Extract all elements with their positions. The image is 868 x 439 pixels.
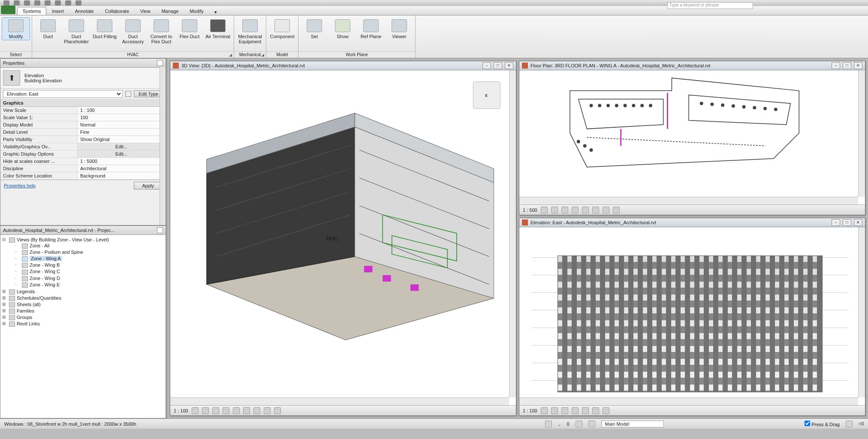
sun-path-icon[interactable]	[561, 207, 568, 213]
crop-icon[interactable]	[582, 407, 589, 414]
scale-label[interactable]: 1 : 100	[523, 408, 537, 413]
close-button[interactable]: ✕	[854, 219, 862, 226]
tree-item[interactable]: Zone - Wing D	[15, 275, 164, 282]
maximize-button[interactable]: □	[843, 219, 851, 226]
shadows-icon[interactable]	[572, 407, 579, 414]
filter-icon[interactable]	[846, 421, 853, 427]
close-button[interactable]: ✕	[505, 62, 513, 69]
design-options-icon[interactable]	[588, 421, 595, 427]
scrollbar-vertical[interactable]	[509, 70, 516, 397]
maximize-button[interactable]: □	[843, 62, 851, 69]
prop-value[interactable]: Architectural	[78, 165, 166, 172]
worksets-icon[interactable]	[545, 421, 552, 427]
tree-item[interactable]: Zone - Wing B	[15, 262, 164, 268]
qat-icon[interactable]	[34, 0, 40, 6]
ribbon-modify[interactable]: Modify	[2, 17, 30, 40]
qat-icon[interactable]	[3, 0, 9, 6]
properties-help-link[interactable]: Properties help	[4, 183, 36, 188]
hide-icon[interactable]	[592, 407, 599, 414]
scale-label[interactable]: 1 : 100	[174, 408, 188, 413]
minimize-button[interactable]: –	[832, 219, 840, 226]
sun-path-icon[interactable]	[212, 407, 219, 414]
scrollbar-vertical[interactable]	[858, 70, 865, 197]
detail-level-icon[interactable]	[541, 407, 548, 414]
tree-item[interactable]: Zone - Wing C	[15, 268, 164, 275]
ribbon-air-terminal[interactable]: Air Terminal	[204, 17, 232, 40]
prop-value[interactable]: 100	[78, 114, 166, 121]
ribbon-duct[interactable]: Duct	[34, 17, 62, 40]
search-input[interactable]: Type a keyword or phrase	[667, 2, 753, 9]
apply-button[interactable]: Apply	[134, 182, 162, 189]
prop-value[interactable]: 1 : 5000	[78, 158, 166, 165]
tab-manage[interactable]: Manage	[156, 7, 184, 15]
tree-item[interactable]: Legends	[2, 289, 164, 295]
hide-icon[interactable]	[264, 407, 271, 414]
visual-style-icon[interactable]	[551, 207, 558, 213]
tree-item[interactable]: Zone - Wing A	[15, 256, 164, 262]
prop-value[interactable]: 1 : 100	[78, 107, 166, 114]
filter-icon[interactable]	[125, 91, 131, 97]
detail-level-icon[interactable]	[192, 407, 199, 414]
ribbon-duct-accessory[interactable]: Duct Accessory	[119, 17, 147, 45]
ribbon-set[interactable]: Set	[300, 17, 329, 40]
prop-value[interactable]: Edit...	[78, 150, 166, 158]
close-button[interactable]: ✕	[854, 62, 862, 69]
project-browser-tree[interactable]: Views (By Building Zone - View Use - Lev…	[2, 237, 164, 327]
prop-value[interactable]: Edit...	[78, 143, 166, 150]
crop-region-icon[interactable]	[592, 207, 599, 213]
visual-style-icon[interactable]	[551, 407, 558, 414]
prop-value[interactable]: Normal	[78, 121, 166, 129]
ribbon-toggle-icon[interactable]: ▾	[209, 9, 222, 15]
tab-insert[interactable]: Insert	[46, 7, 69, 15]
instance-selector[interactable]: Elevation: East	[3, 90, 123, 98]
reveal-icon[interactable]	[613, 207, 620, 213]
visual-style-icon[interactable]	[202, 407, 209, 414]
ribbon-show[interactable]: Show	[329, 17, 357, 40]
tree-item[interactable]: Zone - All	[15, 243, 164, 249]
edit-type-button[interactable]: Edit Type	[134, 90, 163, 97]
shadows-icon[interactable]	[223, 407, 229, 414]
tree-item[interactable]: Sheets (all)	[2, 301, 164, 308]
tree-item[interactable]: Zone - Podium and Spine	[15, 249, 164, 256]
scrollbar-horizontal[interactable]	[170, 397, 509, 405]
panel-pin-icon[interactable]	[157, 60, 163, 66]
tree-item[interactable]: Revit Links	[2, 321, 164, 327]
minimize-button[interactable]: –	[482, 62, 491, 69]
shadows-icon[interactable]	[572, 207, 579, 213]
reveal-icon[interactable]	[603, 407, 609, 414]
ribbon-duct-placeholder[interactable]: Duct Placeholder	[62, 17, 90, 45]
ribbon-component[interactable]: Component	[268, 17, 296, 40]
elevation-canvas[interactable]	[519, 227, 865, 405]
hide-icon[interactable]	[603, 207, 609, 213]
app-menu-button[interactable]	[1, 6, 15, 14]
tree-item[interactable]: Families	[2, 308, 164, 314]
scrollbar-vertical[interactable]	[858, 227, 865, 397]
tree-item[interactable]: Groups	[2, 314, 164, 321]
3d-canvas[interactable]: ◧	[170, 70, 516, 405]
tree-item[interactable]: Schedules/Quantities	[2, 295, 164, 301]
tab-systems[interactable]: Systems	[17, 7, 46, 15]
ribbon-duct-fitting[interactable]: Duct Fitting	[90, 17, 119, 40]
tree-item[interactable]: Zone - Wing E	[15, 282, 164, 288]
minimize-button[interactable]: –	[832, 62, 840, 69]
scrollbar-horizontal[interactable]	[519, 397, 858, 405]
crop-region-icon[interactable]	[253, 407, 260, 414]
prop-value[interactable]: Background	[78, 172, 166, 180]
scale-label[interactable]: 1 : 500	[523, 207, 537, 213]
render-icon[interactable]	[233, 407, 240, 414]
view-cube[interactable]: ◧	[473, 81, 500, 109]
reveal-icon[interactable]	[274, 407, 281, 414]
floor-plan-canvas[interactable]	[519, 70, 865, 204]
press-drag-checkbox[interactable]: Press & Drag	[805, 421, 839, 427]
maximize-button[interactable]: □	[494, 62, 502, 69]
scrollbar-horizontal[interactable]	[519, 197, 858, 204]
tab-modify[interactable]: Modify	[184, 7, 209, 15]
tab-annotate[interactable]: Annotate	[69, 7, 99, 15]
ribbon-ref-plane[interactable]: Ref Plane	[357, 17, 385, 40]
detail-level-icon[interactable]	[541, 207, 548, 213]
qat-icon[interactable]	[75, 0, 81, 6]
qat-icon[interactable]	[24, 0, 30, 6]
design-option-dropdown[interactable]: Main Model	[601, 421, 664, 427]
sun-path-icon[interactable]	[561, 407, 568, 414]
qat-icon[interactable]	[45, 0, 51, 6]
